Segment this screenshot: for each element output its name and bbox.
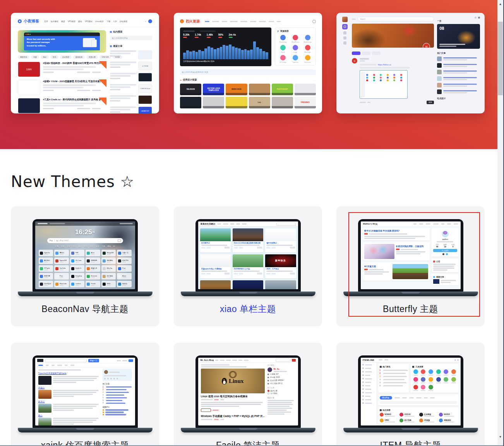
- hero-screenshot-forum[interactable]: Search π π https://fishcn.cc: [336, 13, 485, 113]
- link-card: Evernote: [86, 273, 100, 280]
- laptop-mockup: 搜索一下 Typecho仿百度搜索主题Xaink: [11, 355, 159, 432]
- theme-name-beaconnav[interactable]: BeaconNav 导航主题: [11, 303, 159, 315]
- app-circle-icon: [305, 45, 310, 50]
- resource-thumbnail: PHOTOSHOP: [272, 84, 293, 95]
- latest-comments-title: 最新评论: [103, 406, 132, 408]
- tool-item: [435, 377, 442, 383]
- theme-card-item[interactable]: ITEMLINK: [336, 343, 485, 446]
- profile-button: 个人简历: [433, 249, 457, 252]
- page-scrollbar[interactable]: ▲ ▼: [497, 0, 503, 445]
- sidebar-search-title: 站内搜索: [110, 30, 152, 34]
- latest-post-thumbnail: [138, 73, 152, 82]
- theme-card-xaink[interactable]: 搜索一下 Typecho仿百度搜索主题Xaink: [11, 343, 159, 446]
- mini-blog: 小夜博客 首页技术教程精选VPS推荐建站VPS测试Linux相关下载八卦好站推荐…: [11, 13, 159, 113]
- stat-value: 5.20k: [183, 33, 189, 36]
- app-label: Fonts: [281, 51, 285, 53]
- resource-thumbnail: [295, 84, 316, 95]
- tool-circle-icon: [421, 385, 425, 389]
- xiao-article-card: 端午考试随记: [265, 228, 296, 252]
- rail-icon: [343, 41, 346, 45]
- theme-card-xiao[interactable]: 某某的生活随记 生活随手记: [174, 206, 322, 326]
- beacon-tab: 壁纸: [107, 245, 111, 247]
- aggregate-search-input: [380, 401, 457, 404]
- scroll-up-button[interactable]: ▲: [497, 1, 503, 7]
- hero-screenshot-resources[interactable]: 烈火资源 5.20k: [174, 13, 322, 113]
- notice-card: 公告: [432, 259, 458, 272]
- stat-row: 总访问量 189594: [267, 379, 295, 381]
- tool-circle-icon: [451, 369, 456, 374]
- theme-name-butterfly[interactable]: Butterfly 主题: [336, 303, 485, 315]
- resources-logo-text: 烈火资源: [186, 19, 200, 24]
- xaink-result-list: 丹霞山 罗浮山: [38, 386, 100, 425]
- link-card: 终端工具: [86, 265, 100, 272]
- post-title: Windows 手动搭建 Caddy + PHP + MySQL 的 PHP 开…: [201, 415, 265, 418]
- site-favicon: [87, 275, 90, 278]
- item-topbar: ITEMLINK: [361, 358, 461, 362]
- resource-thumb-grid: 50LOGOSVECTOR LOGO TEMPLATESSKRA FACEPHO…: [180, 84, 316, 108]
- article-title: 开源typecho私人主题模板: [201, 268, 230, 270]
- site-circle-icon: [419, 413, 423, 417]
- stat-badge: [195, 37, 199, 38]
- facile-search-input: [276, 359, 290, 362]
- resource-thumbnail: 50LOGOS: [180, 84, 201, 95]
- post-title: 莱卡云1月最新活动 年付优惠 便宜吗?: [364, 230, 429, 232]
- xaink-logo: [37, 359, 43, 362]
- chart-bar: [201, 51, 204, 59]
- hero-screenshot-blog[interactable]: 小夜博客 首页技术教程精选VPS推荐建站VPS测试Linux相关下载八卦好站推荐…: [11, 13, 159, 113]
- app-circle-icon: [305, 35, 310, 40]
- site-favicon: [71, 275, 74, 278]
- tools-title: 工具推荐: [412, 365, 457, 368]
- app-circle-icon: [280, 35, 286, 40]
- latest-post-item: LASAHOST: [110, 106, 152, 113]
- blog-logo-icon: [18, 19, 22, 23]
- chart-bar: [223, 45, 225, 59]
- theme-card-butterfly[interactable]: Wallleo's Blog 莱卡云1月最新活动 年付优惠 便宜吗?: [336, 206, 485, 326]
- article-cover-image: [233, 280, 263, 289]
- article-list-item: 五周年 #活动# 恒创科技 - 2025跨年 香港50M大带宽VPS 年付296…: [18, 62, 106, 77]
- chart-bar: [266, 52, 268, 59]
- app-item: UI Design: [278, 55, 289, 63]
- link-card: 云际一言: [117, 250, 132, 256]
- latest-post-thumbnail: LASAHOST: [138, 106, 152, 113]
- tool-circle-icon: [429, 377, 433, 382]
- laptop-screen: 16:2531 搜索 输入搜索关键词… 常用影视开发学习娱乐生活设计资讯工具壁纸…: [33, 219, 138, 292]
- user-card: [103, 369, 132, 381]
- tool-circle-icon: [429, 385, 433, 389]
- site-favicon: [103, 259, 106, 262]
- beacon-tab: 开发: [67, 245, 70, 247]
- link-card: 哔哩哔哩: [86, 257, 100, 264]
- tool-item: [428, 377, 434, 383]
- promo-ribbon: [99, 98, 106, 105]
- stat-item: 1.74k: [195, 33, 201, 38]
- tool-circle-icon: [444, 369, 448, 374]
- link-card: 纸艺漫画: [101, 273, 116, 280]
- item-sidebar-menu: [361, 362, 376, 425]
- scroll-down-button[interactable]: ▼: [497, 434, 503, 440]
- tool-circle-icon: [429, 369, 433, 374]
- app-circle-icon: [280, 45, 286, 50]
- result-title-link: 罗浮山: [38, 400, 100, 403]
- item-logo: ITEMLINK: [363, 359, 375, 361]
- latest-thumb: [433, 279, 439, 284]
- analytics-panel: 5.20k 1.74k 1.46k: [180, 27, 271, 66]
- blog-nav-item: 技术教程: [51, 20, 58, 22]
- theme-card-beaconnav[interactable]: 16:2531 搜索 输入搜索关键词… 常用影视开发学习娱乐生活设计资讯工具壁纸…: [11, 206, 159, 326]
- article-title: Hexo & GitHub 静态博客搭建过程: [234, 242, 262, 244]
- post-title: 欢迎访问我的博客，主题说明: [396, 245, 429, 248]
- theme-card-facile[interactable]: Mr. Xu's Blog Linux Linux 使用 cron 每天定时执行…: [174, 343, 322, 446]
- theme-name-xiao[interactable]: xiao 单栏主题: [174, 303, 322, 315]
- beacon-tabs: 常用影视开发学习娱乐生活设计资讯工具壁纸AI: [35, 245, 135, 247]
- article-cover-image: [233, 228, 263, 241]
- category-pill: CN2 GIA: [99, 55, 111, 59]
- forum-tab: [362, 51, 370, 55]
- icon-grid: [366, 74, 406, 97]
- category-pill: 优惠: [31, 55, 39, 59]
- daily-quote-number: 08: [439, 26, 444, 31]
- post-cover-anime: [364, 244, 394, 259]
- xaink-tabs: [35, 364, 135, 367]
- hot-topic-item: [437, 57, 480, 61]
- scroll-thumb[interactable]: [498, 22, 503, 95]
- blog-nav-item: 下载: [106, 20, 110, 22]
- resources-nav-menu: [205, 21, 310, 22]
- category-pill: 建站: [41, 55, 49, 59]
